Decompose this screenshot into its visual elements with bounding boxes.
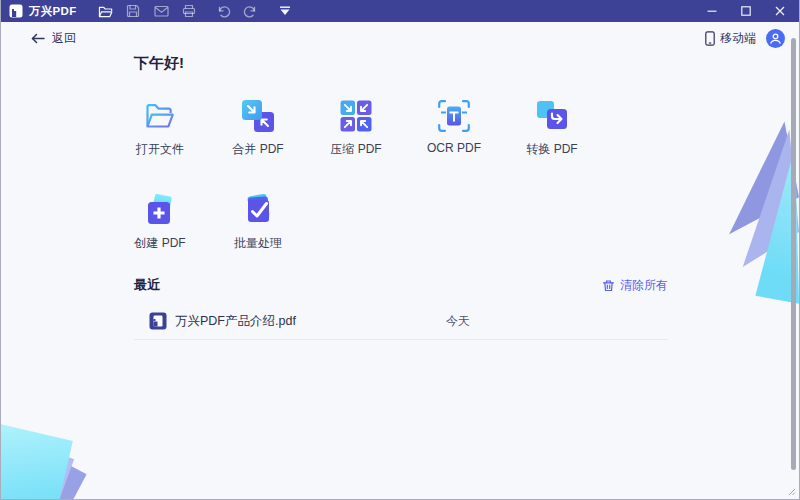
- decoration-bottom-left-back: [0, 446, 87, 500]
- action-convert-pdf[interactable]: 转换 PDF: [503, 98, 601, 158]
- decoration-bottom-left-front: [0, 422, 73, 500]
- mail-icon[interactable]: [153, 4, 170, 19]
- person-icon: [769, 32, 782, 45]
- decoration-bottom-left-mid: [0, 437, 74, 500]
- convert-pdf-icon: [534, 98, 570, 134]
- maximize-button[interactable]: [733, 1, 759, 21]
- mobile-label: 移动端: [720, 30, 756, 47]
- action-label: 批量处理: [234, 235, 282, 252]
- actions-row-2: 创建 PDF 批量处理: [111, 192, 307, 252]
- action-create-pdf[interactable]: 创建 PDF: [111, 192, 209, 252]
- app-logo-icon: [9, 4, 23, 18]
- decoration-right-fan: [702, 105, 799, 310]
- titlebar-file-tools: [97, 4, 198, 19]
- toolbar-collapse-icon[interactable]: [277, 4, 294, 19]
- actions-row-1: 打开文件 合并 PDF: [111, 98, 601, 158]
- recent-title: 最近: [134, 276, 160, 294]
- action-label: 创建 PDF: [134, 235, 185, 252]
- back-button[interactable]: 返回: [31, 30, 76, 47]
- file-name: 万兴PDF产品介绍.pdf: [175, 313, 296, 330]
- action-batch-process[interactable]: 批量处理: [209, 192, 307, 252]
- batch-process-icon: [240, 192, 276, 228]
- action-label: 压缩 PDF: [330, 141, 381, 158]
- action-label: 打开文件: [136, 141, 184, 158]
- action-ocr-pdf[interactable]: OCR PDF: [405, 98, 503, 158]
- merge-pdf-icon: [240, 98, 276, 134]
- recent-file-row[interactable]: 万兴PDF产品介绍.pdf 今天: [134, 303, 668, 340]
- back-label: 返回: [52, 30, 76, 47]
- vertical-scrollbar[interactable]: [791, 38, 796, 470]
- action-compress-pdf[interactable]: 压缩 PDF: [307, 98, 405, 158]
- recent-section: 最近 清除所有 万兴PDF产品介绍.pdf 今天: [134, 276, 668, 340]
- window-controls: [699, 1, 793, 21]
- file-date: 今天: [446, 313, 470, 330]
- titlebar: 万兴PDF: [1, 0, 799, 22]
- create-pdf-icon: [142, 192, 178, 228]
- save-icon[interactable]: [125, 4, 142, 19]
- minimize-button[interactable]: [699, 1, 725, 21]
- open-folder-icon[interactable]: [97, 4, 114, 19]
- phone-icon: [705, 31, 715, 46]
- action-label: 合并 PDF: [232, 141, 283, 158]
- action-merge-pdf[interactable]: 合并 PDF: [209, 98, 307, 158]
- clear-all-button[interactable]: 清除所有: [602, 277, 668, 294]
- account-avatar[interactable]: [766, 29, 785, 48]
- app-window: 万兴PDF: [0, 0, 800, 500]
- greeting-title: 下午好!: [134, 54, 184, 73]
- back-arrow-icon: [31, 33, 45, 44]
- titlebar-history-tools: [216, 4, 259, 19]
- resize-grip[interactable]: [788, 488, 796, 496]
- ocr-pdf-icon: [436, 98, 472, 134]
- undo-icon[interactable]: [216, 4, 233, 19]
- trash-icon: [602, 279, 615, 292]
- compress-pdf-icon: [338, 98, 374, 134]
- subheader: 返回 移动端: [1, 22, 799, 54]
- action-label: OCR PDF: [427, 141, 481, 155]
- pdf-file-icon: [149, 312, 167, 330]
- open-file-icon: [142, 98, 178, 134]
- action-open-file[interactable]: 打开文件: [111, 98, 209, 158]
- mobile-button[interactable]: 移动端: [705, 30, 756, 47]
- close-button[interactable]: [767, 1, 793, 21]
- app-title: 万兴PDF: [29, 4, 77, 19]
- clear-all-label: 清除所有: [620, 277, 668, 294]
- print-icon[interactable]: [181, 4, 198, 19]
- redo-icon[interactable]: [242, 4, 259, 19]
- action-label: 转换 PDF: [526, 141, 577, 158]
